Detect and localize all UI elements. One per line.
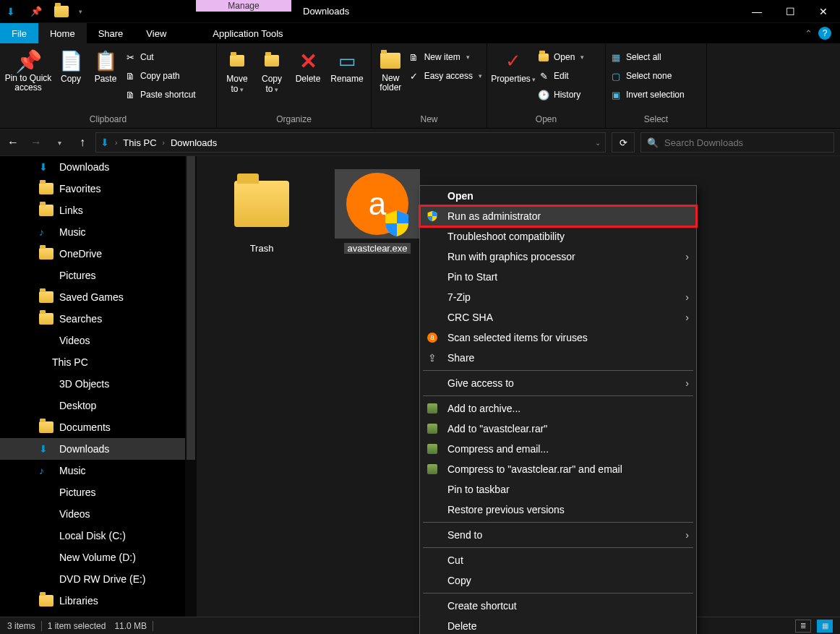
sidebar-item-pictures[interactable]: Pictures <box>0 481 197 503</box>
view-details-button[interactable]: ≣ <box>795 620 811 633</box>
new-item-button[interactable]: 🗎New item▾ <box>408 49 482 65</box>
context-menu-item-compress-to-avastclear-rar-and-email[interactable]: Compress to "avastclear.rar" and email <box>420 459 696 479</box>
tab-view[interactable]: View <box>134 23 178 43</box>
select-none-button[interactable]: ▢Select none <box>610 68 685 84</box>
sidebar-item-favorites[interactable]: Favorites <box>0 178 197 200</box>
paste-shortcut-button[interactable]: 🗎Paste shortcut <box>124 87 196 103</box>
context-menu-item-restore-previous-versions[interactable]: Restore previous versions <box>420 500 696 520</box>
edit-button[interactable]: ✎Edit <box>538 68 584 84</box>
sidebar-item-pictures[interactable]: Pictures <box>0 265 197 286</box>
sidebar-item-downloads[interactable]: ⬇Downloads <box>0 438 197 460</box>
sidebar-item-dvd-rw-drive-e-[interactable]: DVD RW Drive (E:) <box>0 568 197 590</box>
tab-home[interactable]: Home <box>38 23 87 43</box>
easy-access-button[interactable]: ✓Easy access▾ <box>408 68 482 84</box>
breadcrumb-leaf[interactable]: Downloads <box>171 137 217 148</box>
breadcrumb-root[interactable]: This PC <box>123 137 156 148</box>
forward-button[interactable]: → <box>29 136 43 149</box>
sidebar-item-libraries[interactable]: Libraries <box>0 590 197 612</box>
recent-dropdown-icon[interactable]: ▾ <box>52 139 67 147</box>
cut-button[interactable]: ✂Cut <box>124 49 196 65</box>
context-menu-item-pin-to-taskbar[interactable]: Pin to taskbar <box>420 479 696 500</box>
qat-dropdown-icon[interactable]: ▾ <box>72 4 88 20</box>
context-menu-item-add-to-archive[interactable]: Add to archive... <box>420 398 696 419</box>
sidebar-item-saved-games[interactable]: Saved Games <box>0 286 197 308</box>
edit-icon: ✎ <box>538 70 549 82</box>
tab-share[interactable]: Share <box>87 23 135 43</box>
refresh-button[interactable]: ⟳ <box>612 132 635 153</box>
pin-to-quick-access-button[interactable]: 📌 Pin to Quick access <box>4 46 52 93</box>
file-item-avastclear[interactable]: a avastclear.exe <box>330 169 425 254</box>
sidebar-item-desktop[interactable]: Desktop <box>0 395 197 416</box>
folder-icon[interactable] <box>53 4 69 20</box>
sidebar-item-local-disk-c-[interactable]: Local Disk (C:) <box>0 525 197 547</box>
group-clipboard: 📌 Pin to Quick access 📄 Copy 📋 Paste ✂Cu… <box>0 43 217 128</box>
properties-button[interactable]: ✓ Properties▾ <box>492 46 535 84</box>
share-icon: ⇪ <box>426 351 439 364</box>
context-menu-item-troubleshoot-compatibility[interactable]: Troubleshoot compatibility <box>420 226 696 247</box>
sidebar-item-music[interactable]: ♪Music <box>0 460 197 481</box>
chevron-down-icon[interactable]: ⌄ <box>595 139 601 147</box>
invert-selection-button[interactable]: ▣Invert selection <box>610 87 685 103</box>
context-menu-item-scan-selected-items-for-viruses[interactable]: aScan selected items for viruses <box>420 327 696 348</box>
context-menu-item-give-access-to[interactable]: Give access to› <box>420 373 696 393</box>
context-menu-item-open[interactable]: Open <box>420 186 696 206</box>
context-menu-item-pin-to-start[interactable]: Pin to Start <box>420 267 696 287</box>
tab-file[interactable]: File <box>0 23 38 43</box>
back-button[interactable]: ← <box>6 136 20 149</box>
sidebar-item-3d-objects[interactable]: 3D Objects <box>0 373 197 395</box>
copy-to-button[interactable]: Copy to▾ <box>256 46 288 94</box>
copy-button[interactable]: 📄 Copy <box>55 46 87 84</box>
pin-icon[interactable]: 📌 <box>28 4 44 20</box>
paste-button[interactable]: 📋 Paste <box>90 46 121 84</box>
help-icon[interactable]: ? <box>818 27 831 40</box>
sidebar-item-downloads[interactable]: ⬇Downloads <box>0 156 197 178</box>
copy-path-button[interactable]: 🗎Copy path <box>124 68 196 84</box>
search-input[interactable]: 🔍 Search Downloads <box>640 132 834 153</box>
maximize-button[interactable]: ☐ <box>773 0 807 22</box>
tab-application-tools[interactable]: Application Tools <box>201 23 294 43</box>
sidebar-item-documents[interactable]: Documents <box>0 416 197 438</box>
sidebar-item-videos[interactable]: Videos <box>0 330 197 351</box>
sidebar-item-music[interactable]: ♪Music <box>0 221 197 243</box>
context-menu-item-crc-sha[interactable]: CRC SHA› <box>420 307 696 327</box>
sidebar-item-new-volume-d-[interactable]: New Volume (D:) <box>0 547 197 568</box>
context-menu-item-run-with-graphics-processor[interactable]: Run with graphics processor› <box>420 247 696 267</box>
down-arrow-icon[interactable]: ⬇ <box>3 4 19 20</box>
history-button[interactable]: 🕑History <box>538 87 584 103</box>
minimize-button[interactable]: ― <box>740 0 773 22</box>
group-select: ▦Select all ▢Select none ▣Invert selecti… <box>606 43 707 128</box>
file-item-trash[interactable]: Trash <box>214 169 309 254</box>
context-menu-item-7-zip[interactable]: 7-Zip› <box>420 287 696 307</box>
sidebar-item-onedrive[interactable]: OneDrive <box>0 243 197 265</box>
context-menu-item-copy[interactable]: Copy <box>420 570 696 591</box>
view-large-icons-button[interactable]: ▦ <box>817 620 833 633</box>
context-menu-item-add-to-avastclear-rar[interactable]: Add to "avastclear.rar" <box>420 419 696 439</box>
sidebar-item-videos[interactable]: Videos <box>0 503 197 525</box>
rename-button[interactable]: ▭ Rename <box>328 46 366 84</box>
breadcrumb[interactable]: ⬇ › This PC › Downloads ⌄ <box>95 132 606 153</box>
open-button[interactable]: Open▾ <box>538 49 584 65</box>
context-menu-item-share[interactable]: ⇪Share <box>420 348 696 368</box>
select-all-button[interactable]: ▦Select all <box>610 49 685 65</box>
context-menu-item-create-shortcut[interactable]: Create shortcut <box>420 596 696 616</box>
contextual-tab-label: Manage <box>196 0 291 12</box>
sidebar-item-links[interactable]: Links <box>0 200 197 221</box>
ribbon-tabs: File Home Share View Application Tools ⌃… <box>0 23 840 43</box>
sidebar-item-searches[interactable]: Searches <box>0 308 197 330</box>
context-menu-item-delete[interactable]: Delete <box>420 616 696 634</box>
context-menu-item-send-to[interactable]: Send to› <box>420 525 696 545</box>
move-to-button[interactable]: Move to▾ <box>221 46 253 94</box>
collapse-ribbon-icon[interactable]: ⌃ <box>805 28 813 39</box>
context-menu-item-compress-and-email[interactable]: Compress and email... <box>420 439 696 459</box>
sidebar-item-this-pc[interactable]: This PC <box>0 351 197 373</box>
close-button[interactable]: ✕ <box>807 0 840 22</box>
sidebar-scrollbar[interactable] <box>185 156 197 617</box>
context-menu-item-cut[interactable]: Cut <box>420 550 696 570</box>
new-folder-button[interactable]: New folder <box>376 46 406 93</box>
context-menu-item-run-as-administrator[interactable]: Run as administrator <box>420 206 696 226</box>
sidebar-item-label: OneDrive <box>59 248 102 260</box>
delete-button[interactable]: ✕ Delete <box>291 46 325 84</box>
drive-icon <box>39 552 52 563</box>
up-button[interactable]: ↑ <box>75 136 90 149</box>
shield-icon <box>426 210 439 223</box>
